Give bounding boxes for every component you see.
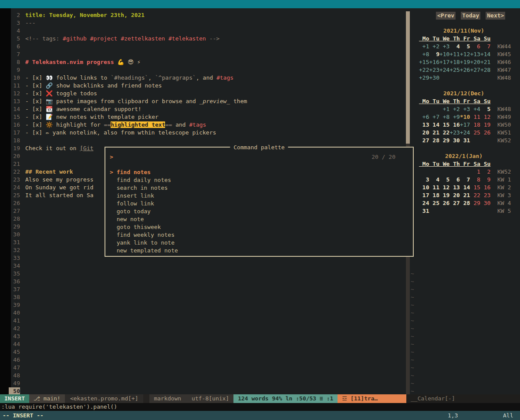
- calendar-day[interactable]: 5: [439, 176, 449, 183]
- editor-line[interactable]: ## Recent work: [25, 168, 73, 176]
- calendar-day[interactable]: 16: [480, 184, 490, 191]
- calendar-day[interactable]: 4: [449, 43, 459, 50]
- calendar-today-button[interactable]: Today: [461, 12, 480, 20]
- calendar-day[interactable]: 31: [460, 137, 470, 144]
- editor-line[interactable]: - [x] ❌ toggle todos: [25, 90, 97, 97]
- calendar-day[interactable]: +23: [449, 129, 459, 136]
- calendar-day[interactable]: +14: [480, 51, 490, 57]
- calendar-day[interactable]: +21: [480, 59, 490, 65]
- calendar-day[interactable]: +13: [470, 51, 480, 57]
- calendar-day[interactable]: +7: [429, 114, 439, 120]
- palette-item[interactable]: new note: [110, 215, 409, 223]
- calendar-day[interactable]: *10: [460, 114, 470, 120]
- calendar-day[interactable]: 25: [429, 200, 439, 206]
- calendar-day[interactable]: 8: [470, 176, 480, 183]
- calendar-day[interactable]: 4: [429, 176, 439, 183]
- calendar-day[interactable]: +29: [419, 74, 429, 81]
- calendar-day[interactable]: 1: [470, 168, 480, 175]
- calendar-day[interactable]: +17: [439, 59, 449, 65]
- calendar-day[interactable]: +22: [419, 67, 429, 73]
- calendar-day[interactable]: +3: [460, 106, 470, 112]
- calendar-day[interactable]: 5: [480, 106, 490, 112]
- calendar-day[interactable]: +16: [429, 59, 439, 65]
- calendar-day[interactable]: 10: [419, 184, 429, 191]
- editor-line[interactable]: - [x] 🔗 show backlinks and friend notes: [25, 82, 162, 90]
- editor-line[interactable]: - [x] ✏ yank notelink, also from wthin t…: [25, 129, 216, 137]
- calendar-day[interactable]: +10: [439, 51, 449, 57]
- calendar-day[interactable]: 21: [429, 129, 439, 136]
- calendar-day[interactable]: +11: [449, 51, 459, 57]
- calendar-day[interactable]: +27: [470, 67, 480, 73]
- calendar-day[interactable]: 27: [419, 137, 429, 144]
- calendar-day[interactable]: 18: [470, 121, 480, 128]
- editor-line[interactable]: On Sunday we got rid: [25, 184, 94, 192]
- editor-line[interactable]: It all started on Sa: [25, 192, 94, 199]
- calendar-day[interactable]: +9: [449, 114, 459, 120]
- calendar-day[interactable]: +4: [470, 106, 480, 112]
- calendar-day[interactable]: 15: [439, 121, 449, 128]
- calendar-day[interactable]: +15: [419, 59, 429, 65]
- palette-item[interactable]: new templated note: [110, 247, 409, 255]
- palette-item[interactable]: search in notes: [110, 184, 409, 192]
- calendar-day[interactable]: 23: [480, 192, 490, 198]
- calendar-day[interactable]: 3: [419, 176, 429, 183]
- calendar-day[interactable]: 14: [460, 184, 470, 191]
- calendar-day[interactable]: +6: [419, 114, 429, 120]
- calendar-day[interactable]: +1: [419, 43, 429, 50]
- calendar-day[interactable]: +25: [449, 67, 459, 73]
- calendar-day[interactable]: 22: [439, 129, 449, 136]
- editor-line[interactable]: <!-- tags: #github #project #zettelkaste…: [25, 35, 219, 43]
- calendar-day[interactable]: 13: [449, 184, 459, 191]
- calendar-day[interactable]: +20: [470, 59, 480, 65]
- calendar-day[interactable]: 18: [429, 192, 439, 198]
- editor-line[interactable]: - [x] 📷 paste images from clipboard or b…: [25, 97, 247, 105]
- calendar-day[interactable]: 11: [470, 114, 480, 120]
- calendar-day[interactable]: 19: [480, 121, 490, 128]
- calendar-day[interactable]: 15: [470, 184, 480, 191]
- palette-item[interactable]: find weekly notes: [110, 231, 409, 239]
- scrollbar-thumb[interactable]: [406, 11, 410, 144]
- calendar-day[interactable]: 6: [470, 43, 480, 50]
- calendar-day[interactable]: +12: [460, 51, 470, 57]
- calendar-day[interactable]: 9: [480, 176, 490, 183]
- calendar-day[interactable]: 9: [429, 51, 439, 57]
- calendar-day[interactable]: 31: [419, 208, 429, 214]
- calendar-day[interactable]: 13: [419, 121, 429, 128]
- calendar-day[interactable]: 28: [460, 200, 470, 206]
- calendar-day[interactable]: 7: [460, 176, 470, 183]
- calendar-next-button[interactable]: Next>: [486, 12, 505, 20]
- calendar-prev-button[interactable]: <Prev: [436, 12, 456, 20]
- calendar-day[interactable]: 20: [419, 129, 429, 136]
- palette-item[interactable]: yank link to note: [110, 239, 409, 247]
- calendar-day[interactable]: +24: [460, 129, 470, 136]
- calendar-day[interactable]: 26: [480, 129, 490, 136]
- calendar-day[interactable]: +26: [460, 67, 470, 73]
- editor-line[interactable]: - [x] 📝 new notes with template picker: [25, 113, 159, 121]
- editor-line[interactable]: - [x] 📆 awesome calendar support!: [25, 105, 142, 113]
- editor-line[interactable]: Also see my progress: [25, 176, 94, 184]
- calendar-day[interactable]: 22: [470, 192, 480, 198]
- palette-item[interactable]: insert link: [110, 192, 409, 200]
- calendar-day[interactable]: 7: [480, 43, 490, 50]
- calendar-day[interactable]: +2: [429, 43, 439, 50]
- editor-line[interactable]: ---: [25, 19, 35, 27]
- calendar-day[interactable]: 12: [480, 114, 490, 120]
- calendar-day[interactable]: +17: [460, 121, 470, 128]
- palette-item[interactable]: goto thisweek: [110, 223, 409, 231]
- editor-line[interactable]: title: Tuesday, November 23th, 2021: [25, 11, 145, 19]
- calendar-day[interactable]: 28: [429, 137, 439, 144]
- calendar-day[interactable]: 21: [460, 192, 470, 198]
- calendar-day[interactable]: 5: [460, 43, 470, 50]
- calendar-day[interactable]: 12: [439, 184, 449, 191]
- calendar-day[interactable]: 6: [449, 176, 459, 183]
- palette-item[interactable]: follow link: [110, 200, 409, 208]
- calendar-day[interactable]: 30: [480, 200, 490, 206]
- calendar-day[interactable]: 11: [429, 184, 439, 191]
- command-line[interactable]: :lua require('telekasten').panel(): [0, 403, 520, 411]
- calendar-day[interactable]: +18: [449, 59, 459, 65]
- editor-line[interactable]: # Telekasten.nvim progress 💪 😎 ⚡: [25, 58, 141, 66]
- calendar-day[interactable]: 2: [480, 168, 490, 175]
- calendar-day[interactable]: 25: [470, 129, 480, 136]
- calendar-day[interactable]: 17: [419, 192, 429, 198]
- calendar-day[interactable]: 26: [439, 200, 449, 206]
